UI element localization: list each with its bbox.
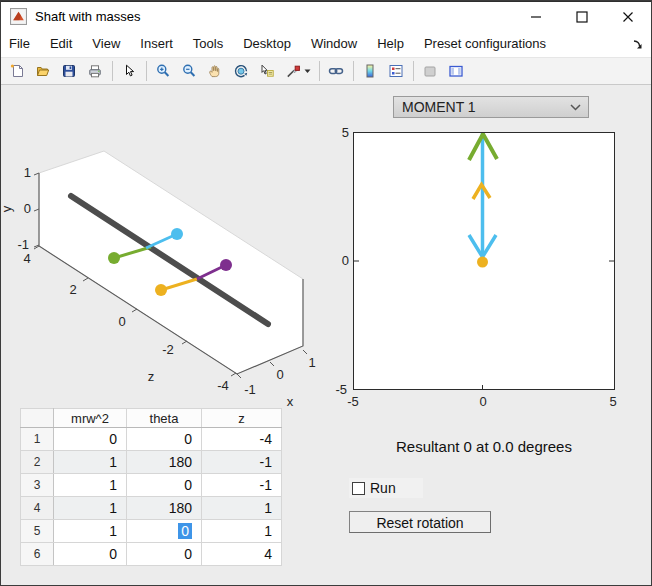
z-tick-neg4: -4	[217, 378, 229, 393]
toolbar-separator	[319, 61, 320, 81]
cell-z[interactable]: -4	[202, 428, 282, 451]
row-number: 1	[21, 428, 54, 451]
open-folder-icon	[35, 63, 51, 79]
title-bar: Shaft with masses	[1, 1, 651, 31]
menu-bar: File Edit View Insert Tools Desktop Wind…	[1, 31, 651, 58]
run-checkbox-label: Run	[370, 480, 396, 496]
edit-plot-button[interactable]	[119, 61, 139, 81]
print-figure-button[interactable]	[85, 61, 105, 81]
y-tick-marks	[34, 173, 39, 247]
toolbar-separator	[112, 61, 113, 81]
z-axis-label: z	[148, 369, 155, 384]
x-tick-neg1: -1	[244, 382, 256, 397]
cyan-mass-marker	[171, 228, 183, 240]
moment-xtick-5: 5	[600, 394, 626, 409]
new-figure-button[interactable]	[7, 61, 27, 81]
rotate-3d-icon	[233, 63, 249, 79]
menu-desktop[interactable]: Desktop	[233, 31, 301, 57]
cell-z[interactable]: -1	[202, 451, 282, 474]
menu-help[interactable]: Help	[367, 31, 414, 57]
column-header-z: z	[202, 409, 282, 428]
row-number: 5	[21, 520, 54, 543]
brush-data-button[interactable]	[283, 61, 303, 81]
table-row: 1 0 0 -4	[21, 428, 282, 451]
save-figure-button[interactable]	[59, 61, 79, 81]
minimize-button[interactable]	[513, 2, 559, 31]
column-header-theta: theta	[127, 409, 202, 428]
zoom-in-button[interactable]	[153, 61, 173, 81]
moment-xtick-neg5: -5	[340, 394, 366, 409]
cell-theta[interactable]: 0	[127, 428, 202, 451]
reset-rotation-button[interactable]: Reset rotation	[349, 511, 491, 533]
window-controls	[513, 2, 651, 31]
zoom-out-button[interactable]	[179, 61, 199, 81]
cell-mrw2[interactable]: 0	[54, 428, 127, 451]
colorbar-icon	[362, 63, 378, 79]
plot-tick-marks	[354, 261, 614, 389]
origin-marker	[477, 257, 488, 268]
cell-theta[interactable]: 0	[127, 474, 202, 497]
cell-z[interactable]: 1	[202, 520, 282, 543]
toolbar-separator	[353, 61, 354, 81]
rotate-3d-button[interactable]	[231, 61, 251, 81]
menu-edit[interactable]: Edit	[40, 31, 82, 57]
row-number: 2	[21, 451, 54, 474]
cell-theta-editing[interactable]: 0	[127, 520, 202, 543]
y-tick-neg1: -1	[17, 237, 29, 252]
dock-figure-icon[interactable]	[631, 38, 644, 51]
cell-mrw2[interactable]: 0	[54, 543, 127, 566]
show-plot-tools-button[interactable]	[446, 61, 466, 81]
toolbar-separator	[413, 61, 414, 81]
new-figure-icon	[9, 63, 25, 79]
insert-colorbar-button[interactable]	[360, 61, 380, 81]
cell-mrw2[interactable]: 1	[54, 520, 127, 543]
z-tick-neg2: -2	[162, 342, 174, 357]
shaft-3d-plot[interactable]: 1 0 -1 y 4 2 0 -2 -4 z -1 0 1 x	[1, 121, 331, 411]
open-file-button[interactable]	[33, 61, 53, 81]
moment-plot	[353, 132, 615, 390]
selected-cell-value: 0	[178, 523, 192, 539]
insert-legend-button[interactable]	[386, 61, 406, 81]
caret-down-icon	[304, 69, 311, 74]
cell-z[interactable]: 1	[202, 497, 282, 520]
menu-window[interactable]: Window	[301, 31, 367, 57]
cell-z[interactable]: 4	[202, 543, 282, 566]
brush-dropdown-caret[interactable]	[304, 61, 312, 81]
table-row: 4 1 180 1	[21, 497, 282, 520]
hide-plot-tools-icon	[422, 63, 438, 79]
menu-file[interactable]: File	[1, 31, 40, 57]
pan-button[interactable]	[205, 61, 225, 81]
data-cursor-icon	[259, 63, 275, 79]
run-checkbox-panel[interactable]: Run	[349, 478, 423, 498]
cell-theta[interactable]: 0	[127, 543, 202, 566]
chevron-down-icon	[570, 104, 581, 111]
data-cursor-button[interactable]	[257, 61, 277, 81]
menu-tools[interactable]: Tools	[183, 31, 233, 57]
cell-mrw2[interactable]: 1	[54, 497, 127, 520]
cell-mrw2[interactable]: 1	[54, 451, 127, 474]
y-tick-1: 1	[24, 165, 31, 180]
z-tick-2: 2	[69, 282, 76, 297]
x-tick-0: 0	[276, 367, 283, 382]
cell-theta[interactable]: 180	[127, 497, 202, 520]
cell-theta[interactable]: 180	[127, 451, 202, 474]
y-axis-label: y	[1, 205, 14, 212]
legend-icon	[388, 63, 404, 79]
mass-table: mrw^2 theta z 1 0 0 -4 2 1 180 -1 3 1 0 …	[20, 408, 282, 566]
cell-z[interactable]: -1	[202, 474, 282, 497]
moment-ytick-5: 5	[329, 125, 349, 140]
menu-preset-configurations[interactable]: Preset configurations	[414, 31, 556, 57]
show-plot-tools-icon	[448, 63, 464, 79]
hide-plot-tools-button[interactable]	[420, 61, 440, 81]
orange-mass-marker	[155, 284, 167, 296]
run-checkbox[interactable]	[352, 482, 365, 495]
cell-mrw2[interactable]: 1	[54, 474, 127, 497]
menu-view[interactable]: View	[82, 31, 130, 57]
link-plots-button[interactable]	[326, 61, 346, 81]
maximize-button[interactable]	[559, 2, 605, 31]
moment-selector[interactable]: MOMENT 1	[393, 96, 589, 118]
link-chain-icon	[328, 63, 344, 79]
menu-insert[interactable]: Insert	[130, 31, 183, 57]
window-title: Shaft with masses	[35, 9, 141, 24]
close-button[interactable]	[605, 2, 651, 31]
